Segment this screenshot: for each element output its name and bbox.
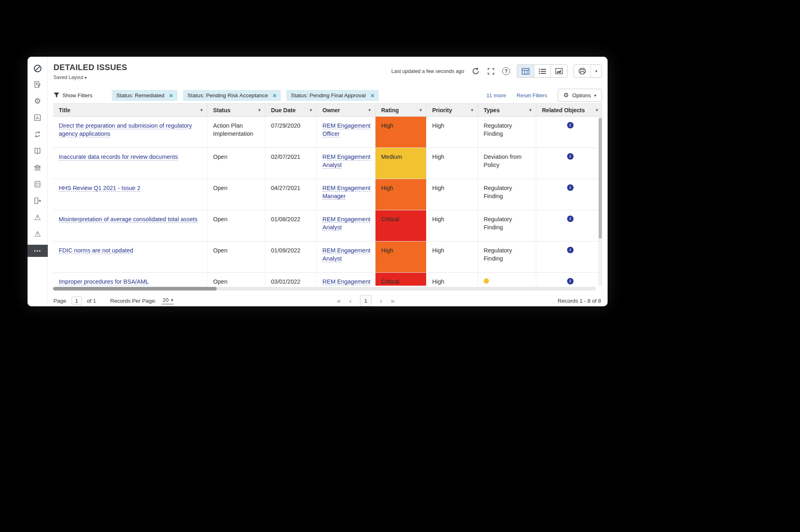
issue-title-link[interactable]: Improper procedures for BSA/AML <box>59 278 149 285</box>
chart-view-icon <box>555 68 563 74</box>
column-header-status[interactable]: Status▾ <box>207 104 265 116</box>
remove-filter-icon[interactable]: × <box>273 92 277 98</box>
sidebar-item-sync[interactable] <box>28 126 48 143</box>
sidebar-item-book[interactable] <box>28 143 48 159</box>
warning-triangle-icon: ⚠ <box>34 230 41 238</box>
sort-caret-icon: ▾ <box>258 108 260 112</box>
info-icon[interactable]: i <box>567 153 574 160</box>
print-icon <box>578 68 586 75</box>
owner-link[interactable]: REM Engagement Manager <box>322 185 370 199</box>
sort-caret-icon: ▾ <box>369 108 371 112</box>
more-filters-link[interactable]: 11 more <box>486 92 506 98</box>
priority-cell: High <box>427 210 478 241</box>
funnel-icon <box>53 92 60 98</box>
next-page-button[interactable]: › <box>380 297 382 304</box>
sidebar-item-warning-2[interactable]: ⚠ <box>28 226 48 242</box>
records-per-page-label: Records Per Page: <box>110 298 156 304</box>
column-header-types[interactable]: Types▾ <box>478 104 536 116</box>
saved-layout-dropdown[interactable]: Saved Layout ▾ <box>53 75 127 80</box>
column-header-related-objects[interactable]: Related Objects▾ <box>536 104 602 116</box>
chevron-down-icon: ▾ <box>171 298 173 302</box>
chart-view-button[interactable] <box>550 65 567 77</box>
status-cell: Open <box>207 241 265 272</box>
gear-icon: ⚙ <box>563 92 569 99</box>
desktop-background: ⚙ ⚠ ⚠ <box>0 0 800 532</box>
remove-filter-icon[interactable]: × <box>371 92 374 98</box>
chevron-down-icon: ▾ <box>85 75 87 80</box>
sort-caret-icon: ▾ <box>201 108 203 112</box>
priority-cell: High <box>427 241 478 272</box>
table-row: FDIC norms are not updated Open 01/09/20… <box>53 241 602 273</box>
due-date-cell: 04/27/2021 <box>265 179 317 210</box>
horizontal-scrollbar-thumb[interactable] <box>53 287 217 291</box>
view-toggle-group <box>517 64 567 78</box>
sort-caret-icon: ▾ <box>596 108 598 112</box>
last-page-button[interactable]: » <box>391 297 395 304</box>
page-number-input[interactable] <box>72 297 82 305</box>
info-icon[interactable]: i <box>567 278 574 284</box>
types-cell: Deviation from Policy <box>478 148 536 179</box>
sidebar-item-gears[interactable]: ⚙ <box>28 93 48 109</box>
refresh-button[interactable] <box>471 66 480 76</box>
column-header-title[interactable]: Title▾ <box>53 104 207 116</box>
info-icon[interactable]: i <box>567 216 574 222</box>
sort-caret-icon: ▾ <box>529 108 531 112</box>
print-button[interactable] <box>574 65 591 77</box>
options-button[interactable]: ⚙ Options ▾ <box>558 89 602 102</box>
remove-filter-icon[interactable]: × <box>169 92 173 98</box>
owner-link[interactable]: REM Engagement Officer <box>322 122 370 137</box>
reset-filters-link[interactable]: Reset Filters <box>516 92 547 98</box>
sidebar-item-report[interactable] <box>28 109 48 126</box>
print-options-caret[interactable]: ▾ <box>591 65 602 77</box>
priority-cell: High <box>427 117 478 147</box>
due-date-cell: 01/08/2022 <box>265 210 317 241</box>
column-header-due-date[interactable]: Due Date▾ <box>265 104 317 116</box>
due-date-cell: 01/09/2022 <box>265 241 317 272</box>
sidebar-item-sign-out[interactable] <box>28 192 48 209</box>
help-button[interactable]: ? <box>501 66 511 76</box>
page-label: Page <box>53 298 66 304</box>
current-page-button[interactable]: 1 <box>360 295 371 306</box>
vertical-scrollbar-thumb[interactable] <box>599 118 602 239</box>
issue-title-link[interactable]: Direct the preparation and submission of… <box>59 122 192 137</box>
owner-link[interactable]: REM Engagement Analyst <box>322 154 370 168</box>
due-date-cell: 03/01/2022 <box>265 273 317 286</box>
owner-link[interactable]: REM Engagement Analyst <box>322 216 370 231</box>
sidebar-item-more[interactable]: ⋯ <box>28 245 48 257</box>
filter-chip: Status: Pending Final Approval × <box>286 90 378 101</box>
rating-cell: Critical <box>375 273 427 286</box>
owner-link[interactable]: REM Engagement Analyst <box>322 247 370 262</box>
status-cell: Open <box>207 179 265 210</box>
gears-icon: ⚙ <box>34 97 41 105</box>
column-header-priority[interactable]: Priority▾ <box>427 104 478 116</box>
priority-cell: High <box>427 273 478 286</box>
column-header-owner[interactable]: Owner▾ <box>317 104 375 116</box>
app-logo-icon[interactable] <box>28 61 48 76</box>
column-header-rating[interactable]: Rating▾ <box>375 104 427 116</box>
previous-page-button[interactable]: ‹ <box>349 297 352 304</box>
sidebar-item-bank[interactable] <box>28 159 48 176</box>
issue-title-link[interactable]: FDIC norms are not updated <box>59 247 133 254</box>
owner-link[interactable]: REM Engagement <box>322 278 370 285</box>
issue-title-link[interactable]: Inaccurate data records for review docum… <box>59 154 178 160</box>
show-filters-button[interactable]: Show Filters <box>53 92 92 98</box>
list-view-button[interactable] <box>534 65 550 77</box>
records-per-page-select[interactable]: 20 ▾ <box>162 297 174 304</box>
table-view-button[interactable] <box>517 65 534 77</box>
horizontal-scrollbar <box>53 287 596 291</box>
info-icon[interactable]: i <box>567 184 574 191</box>
sidebar: ⚙ ⚠ ⚠ <box>28 57 48 306</box>
info-icon[interactable]: i <box>567 122 574 128</box>
sidebar-item-document-edit[interactable] <box>28 76 48 93</box>
sidebar-item-checklist[interactable] <box>28 176 48 192</box>
types-cell: Regulatory Finding <box>478 117 536 147</box>
fullscreen-button[interactable] <box>486 67 495 76</box>
first-page-button[interactable]: « <box>337 297 341 304</box>
info-icon[interactable]: i <box>567 247 574 253</box>
issue-title-link[interactable]: Misinterpretation of average consolidate… <box>59 216 198 222</box>
priority-cell: High <box>427 148 478 179</box>
issue-title-link[interactable]: HHS Review Q1 2021 - Issue 2 <box>59 185 140 191</box>
sidebar-item-warning-1[interactable]: ⚠ <box>28 209 48 226</box>
types-cell: Regulatory Finding <box>478 179 536 210</box>
rating-cell: High <box>375 241 427 272</box>
